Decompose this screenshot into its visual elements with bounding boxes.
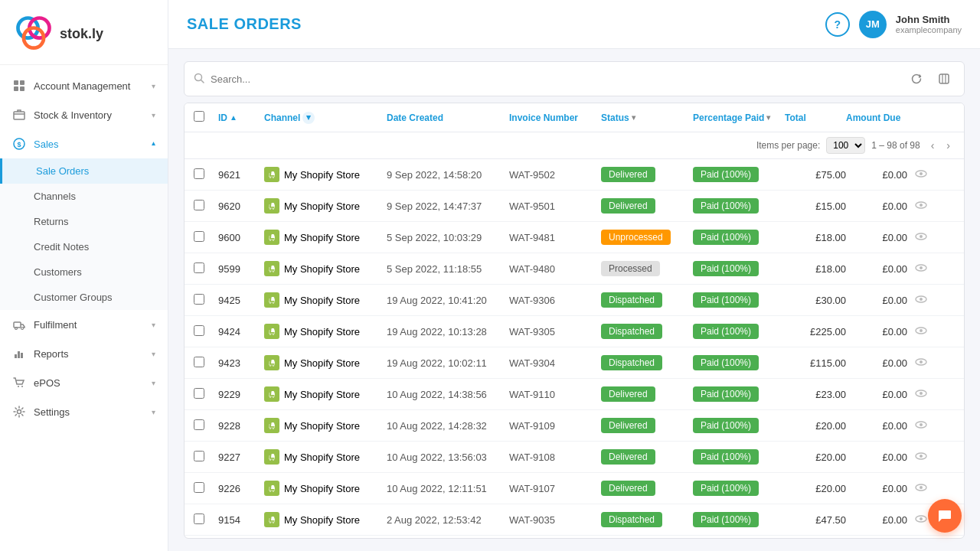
view-icon[interactable] [915, 327, 927, 339]
row-invoice-1: WAT-9501 [509, 201, 601, 212]
row-due-8: £0.00 [846, 420, 907, 432]
sidebar-item-customer-groups[interactable]: Customer Groups [0, 285, 168, 310]
sidebar-item-credit-notes[interactable]: Credit Notes [0, 234, 168, 259]
col-header-status[interactable]: Status ▾ [601, 112, 693, 123]
sidebar-item-settings[interactable]: Settings ▾ [0, 397, 168, 426]
row-view-10[interactable] [907, 481, 935, 496]
row-checkbox-0[interactable] [194, 168, 218, 181]
prev-page-button[interactable]: ‹ [926, 138, 939, 153]
view-icon[interactable] [915, 295, 927, 308]
view-icon[interactable] [915, 233, 927, 245]
row-pct-11: Paid (100%) [693, 512, 785, 527]
sidebar-item-sale-orders[interactable]: Sale Orders [0, 158, 168, 184]
row-view-2[interactable] [907, 230, 935, 245]
row-checkbox-6[interactable] [194, 357, 218, 370]
logo-area: stok.ly [0, 0, 168, 65]
col-header-total[interactable]: Total [785, 112, 846, 123]
items-per-page-select[interactable]: 100 50 25 [826, 137, 865, 154]
sidebar-item-sales[interactable]: $ Sales ▾ [0, 129, 168, 158]
view-icon[interactable] [915, 390, 927, 402]
row-view-6[interactable] [907, 356, 935, 370]
header-checkbox[interactable] [194, 111, 204, 122]
col-header-invoice[interactable]: Invoice Number [509, 112, 601, 123]
row-checkbox-10[interactable] [194, 482, 218, 495]
row-due-6: £0.00 [846, 357, 907, 369]
sidebar-label-sales: Sales [34, 139, 59, 150]
pagination-bar: Items per page: 100 50 25 1 – 98 of 98 ‹… [185, 132, 964, 159]
table-body: 9621 My Shopify Store 9 Sep 2022, 14:58:… [185, 159, 964, 538]
help-button[interactable]: ? [825, 12, 850, 37]
col-header-due[interactable]: Amount Due [846, 112, 907, 123]
row-view-4[interactable] [907, 293, 935, 308]
view-icon[interactable] [915, 201, 927, 214]
row-checkbox-11[interactable] [194, 514, 218, 527]
row-view-9[interactable] [907, 450, 935, 465]
orders-table: ID ▲ Channel ▾ Date Created Invoice Numb… [184, 103, 965, 539]
table-row: 9424 My Shopify Store 19 Aug 2022, 10:13… [185, 316, 964, 347]
view-icon[interactable] [915, 421, 927, 433]
table-row: 9599 My Shopify Store 5 Sep 2022, 11:18:… [185, 253, 964, 285]
row-checkbox-1[interactable] [194, 200, 218, 213]
col-header-id[interactable]: ID ▲ [218, 112, 264, 123]
shopify-icon [264, 261, 279, 276]
view-icon[interactable] [915, 515, 927, 527]
sidebar-item-epos[interactable]: ePOS ▾ [0, 368, 168, 397]
col-header-channel[interactable]: Channel ▾ [264, 112, 387, 124]
col-header-date[interactable]: Date Created [387, 112, 509, 123]
sidebar-item-account-management[interactable]: Account Management ▾ [0, 71, 168, 100]
row-checkbox-7[interactable] [194, 388, 218, 401]
view-icon[interactable] [915, 484, 927, 496]
svg-point-54 [273, 428, 274, 429]
svg-point-28 [920, 204, 923, 207]
svg-point-48 [920, 360, 923, 364]
row-checkbox-2[interactable] [194, 231, 218, 244]
view-icon[interactable] [915, 264, 927, 276]
svg-point-68 [920, 517, 923, 520]
row-checkbox-5[interactable] [194, 325, 218, 338]
view-icon[interactable] [915, 452, 927, 465]
svg-point-62 [273, 491, 274, 492]
svg-line-17 [201, 80, 204, 83]
select-all-checkbox[interactable] [194, 111, 218, 124]
search-input[interactable] [211, 73, 900, 85]
view-icon[interactable] [915, 358, 927, 370]
chat-button[interactable] [928, 499, 962, 533]
logo-svg [12, 12, 55, 55]
sidebar-item-returns[interactable]: Returns [0, 209, 168, 234]
row-pct-1: Paid (100%) [693, 198, 785, 214]
avatar[interactable]: JM [859, 11, 887, 38]
sidebar-item-fulfilment[interactable]: Fulfilment ▾ [0, 310, 168, 339]
chevron-fulfilment: ▾ [152, 321, 155, 329]
row-view-5[interactable] [907, 324, 935, 339]
search-bar [184, 61, 965, 96]
row-status-1: Delivered [601, 198, 693, 214]
search-icon [194, 73, 204, 86]
row-view-7[interactable] [907, 387, 935, 402]
row-checkbox-9[interactable] [194, 451, 218, 464]
sidebar-item-stock-inventory[interactable]: Stock & Inventory ▾ [0, 100, 168, 129]
chevron-account-management: ▾ [152, 82, 155, 90]
col-header-pct[interactable]: Percentage Paid ▾ [693, 112, 785, 123]
row-view-0[interactable] [907, 168, 935, 182]
next-page-button[interactable]: › [942, 138, 955, 153]
sidebar-item-channels[interactable]: Channels [0, 184, 168, 209]
sidebar-item-reports[interactable]: Reports ▾ [0, 339, 168, 368]
svg-point-25 [270, 208, 271, 210]
row-view-1[interactable] [907, 199, 935, 214]
refresh-button[interactable] [906, 68, 927, 90]
row-checkbox-8[interactable] [194, 419, 218, 432]
row-checkbox-4[interactable] [194, 294, 218, 307]
row-status-3: Processed [601, 261, 693, 276]
row-status-5: Dispatched [601, 324, 693, 339]
svg-point-40 [920, 298, 923, 301]
row-checkbox-3[interactable] [194, 262, 218, 276]
svg-point-37 [270, 302, 271, 304]
sidebar-item-customers[interactable]: Customers [0, 259, 168, 285]
shopify-icon [264, 481, 279, 496]
svg-point-44 [920, 329, 923, 332]
view-icon[interactable] [915, 170, 927, 182]
row-view-3[interactable] [907, 262, 935, 276]
row-view-8[interactable] [907, 419, 935, 433]
column-settings-button[interactable] [933, 68, 955, 90]
svg-point-64 [920, 486, 923, 489]
